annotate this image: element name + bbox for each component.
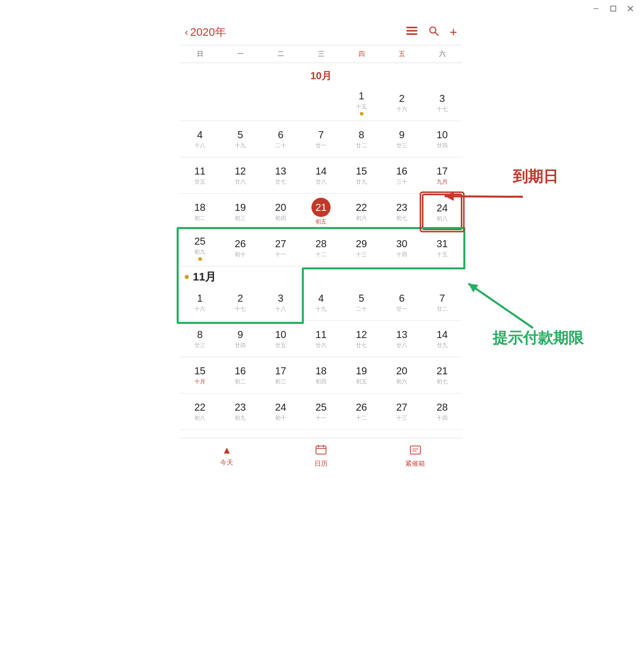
table-row[interactable]: 13廿七 <box>260 157 301 194</box>
table-row[interactable]: 7廿二 <box>422 285 462 321</box>
table-row[interactable]: 30十四 <box>382 230 422 266</box>
calendar-header: ‹ 2020年 + <box>180 17 462 45</box>
table-row[interactable]: 21初五 <box>301 194 341 230</box>
year-label: 2020年 <box>190 25 226 40</box>
svg-line-8 <box>435 32 438 35</box>
table-row[interactable]: 16初二 <box>220 357 260 394</box>
table-row[interactable]: 13廿八 <box>382 321 422 357</box>
table-row[interactable]: 6二十 <box>260 121 301 157</box>
table-row[interactable]: 5十九 <box>220 121 260 157</box>
urgent-icon <box>410 444 421 457</box>
table-row[interactable]: 1十五 <box>341 85 382 121</box>
table-row[interactable]: 10廿五 <box>260 321 301 357</box>
table-row[interactable]: 22初八 <box>180 394 220 430</box>
table-row[interactable]: 3十八 <box>260 285 301 321</box>
table-row[interactable]: 20初四 <box>260 194 301 230</box>
table-row[interactable]: 16三十 <box>382 157 422 194</box>
table-row[interactable]: 31十五 <box>422 230 462 266</box>
table-row[interactable]: 24初十 <box>260 394 301 430</box>
weekday-fri: 五 <box>382 47 422 61</box>
table-row[interactable] <box>260 85 301 121</box>
table-row[interactable]: 25初九 <box>180 230 220 266</box>
table-row[interactable] <box>180 85 220 121</box>
svg-rect-0 <box>594 9 599 9</box>
november-label: 11月 <box>193 269 216 285</box>
table-row[interactable]: 4十九 <box>301 285 341 321</box>
table-row[interactable]: 12廿六 <box>220 157 260 194</box>
table-row[interactable]: 26十二 <box>341 394 382 430</box>
svg-marker-20 <box>468 284 478 293</box>
table-row[interactable]: 17九月 <box>422 157 462 194</box>
nav-today[interactable]: ▲ 今天 <box>180 444 274 468</box>
table-row[interactable]: 9廿三 <box>382 121 422 157</box>
table-row[interactable]: 2十六 <box>382 85 422 121</box>
calendar-icon <box>315 444 327 457</box>
weekday-wed: 三 <box>301 47 341 61</box>
table-row[interactable]: 18初四 <box>301 357 341 394</box>
table-row[interactable]: 7廿一 <box>301 121 341 157</box>
table-row[interactable]: 29十三 <box>341 230 382 266</box>
search-icon[interactable] <box>429 26 439 38</box>
table-row[interactable]: 25十一 <box>301 394 341 430</box>
table-row[interactable]: 14廿九 <box>422 321 462 357</box>
table-row[interactable]: 6廿一 <box>382 285 422 321</box>
list-icon[interactable] <box>406 26 417 38</box>
svg-rect-4 <box>406 27 417 28</box>
table-row[interactable] <box>301 85 341 121</box>
bottom-nav: ▲ 今天 日历 <box>180 438 462 474</box>
table-row[interactable]: 11廿五 <box>180 157 220 194</box>
table-row[interactable]: 15十月 <box>180 357 220 394</box>
table-row[interactable]: 27十三 <box>382 394 422 430</box>
table-row[interactable]: 24初八 <box>422 194 462 230</box>
svg-rect-1 <box>611 6 616 11</box>
table-row[interactable]: 28十四 <box>422 394 462 430</box>
table-row[interactable]: 28十二 <box>301 230 341 266</box>
weekday-tue: 二 <box>260 47 301 61</box>
weekday-thu: 四 <box>341 47 382 61</box>
table-row[interactable]: 14廿八 <box>301 157 341 194</box>
table-row[interactable]: 20初六 <box>382 357 422 394</box>
table-row[interactable]: 1十六 <box>180 285 220 321</box>
close-button[interactable] <box>627 5 634 12</box>
maximize-button[interactable] <box>610 5 617 12</box>
table-row[interactable]: 10廿四 <box>422 121 462 157</box>
weekday-header: 日 一 二 三 四 五 六 <box>180 45 462 63</box>
table-row[interactable]: 27十一 <box>260 230 301 266</box>
october-label: 10月 <box>180 63 462 85</box>
table-row[interactable]: 19初三 <box>220 194 260 230</box>
table-row[interactable]: 12廿七 <box>341 321 382 357</box>
table-row[interactable]: 23初七 <box>382 194 422 230</box>
table-row[interactable]: 26初十 <box>220 230 260 266</box>
svg-text:提示付款期限: 提示付款期限 <box>492 329 584 346</box>
table-row[interactable]: 9廿四 <box>220 321 260 357</box>
table-row[interactable]: 18初二 <box>180 194 220 230</box>
november-grid: 1十六2十七3十八4十九5二十6廿一7廿二8廿三9廿四10廿五11廿六12廿七1… <box>180 285 462 430</box>
table-row[interactable]: 22初六 <box>341 194 382 230</box>
calendar-actions: + <box>406 24 457 40</box>
table-row[interactable]: 17初三 <box>260 357 301 394</box>
november-section-header: 11月 <box>180 266 462 285</box>
table-row[interactable]: 19初五 <box>341 357 382 394</box>
nav-calendar[interactable]: 日历 <box>274 444 368 468</box>
svg-rect-13 <box>410 446 420 454</box>
nav-urgent[interactable]: 紧催箱 <box>368 444 462 468</box>
svg-rect-6 <box>406 33 417 35</box>
table-row[interactable]: 2十七 <box>220 285 260 321</box>
table-row[interactable]: 15廿九 <box>341 157 382 194</box>
table-row[interactable]: 3十七 <box>422 85 462 121</box>
november-dot <box>185 275 189 279</box>
table-row[interactable]: 8廿二 <box>341 121 382 157</box>
window: ‹ 2020年 + <box>0 0 642 672</box>
add-icon[interactable]: + <box>450 24 457 40</box>
table-row[interactable]: 11廿六 <box>301 321 341 357</box>
weekday-sun: 日 <box>180 47 220 61</box>
table-row[interactable]: 23初九 <box>220 394 260 430</box>
minimize-button[interactable] <box>593 5 600 12</box>
table-row[interactable]: 21初七 <box>422 357 462 394</box>
nav-calendar-label: 日历 <box>314 459 328 468</box>
table-row[interactable]: 8廿三 <box>180 321 220 357</box>
table-row[interactable]: 5二十 <box>341 285 382 321</box>
table-row[interactable]: 4十八 <box>180 121 220 157</box>
table-row[interactable] <box>220 85 260 121</box>
year-nav[interactable]: ‹ 2020年 <box>185 25 226 40</box>
